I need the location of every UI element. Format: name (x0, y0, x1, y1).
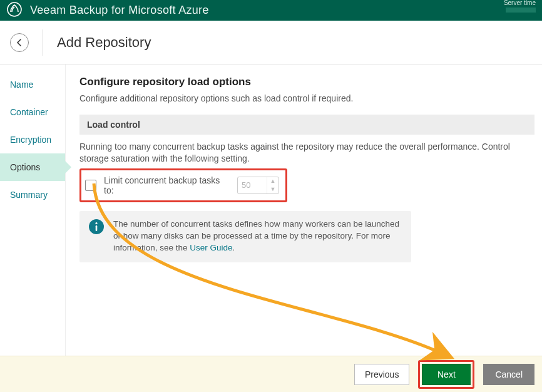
limit-tasks-input[interactable] (238, 180, 267, 190)
server-time-label: Server time (504, 0, 536, 14)
limit-tasks-checkbox[interactable] (85, 180, 96, 191)
limit-tasks-stepper[interactable]: ▲ ▼ (237, 177, 279, 194)
stepper-down-icon[interactable]: ▼ (267, 185, 279, 193)
sidebar-item-encryption[interactable]: Encryption (0, 126, 65, 153)
wizard-sidebar: Name Container Encryption Options Summar… (0, 64, 66, 356)
page-title: Add Repository (57, 34, 151, 51)
page-header: Add Repository (0, 21, 542, 64)
section-heading-load-control: Load control (79, 115, 534, 135)
sidebar-item-container[interactable]: Container (0, 98, 65, 126)
content-heading: Configure repository load options (79, 76, 534, 88)
info-box: The number of concurrent tasks defines h… (79, 211, 411, 263)
svg-point-3 (95, 222, 97, 224)
app-header: Veeam Backup for Microsoft Azure Server … (0, 0, 542, 21)
sidebar-item-options[interactable]: Options (0, 153, 65, 181)
back-button[interactable] (10, 33, 29, 52)
user-guide-link[interactable]: User Guide (190, 243, 232, 252)
sidebar-item-summary[interactable]: Summary (0, 181, 65, 209)
wizard-footer: Previous Next Cancel (0, 356, 542, 392)
next-button[interactable]: Next (422, 364, 471, 385)
stepper-up-icon[interactable]: ▲ (267, 177, 279, 185)
previous-button[interactable]: Previous (354, 364, 409, 385)
limit-tasks-row: Limit concurrent backup tasks to: ▲ ▼ (79, 168, 287, 202)
cancel-button[interactable]: Cancel (483, 364, 534, 385)
content-description: Configure additional repository options … (79, 93, 534, 103)
info-icon (88, 219, 105, 237)
limit-tasks-label: Limit concurrent backup tasks to: (104, 175, 230, 195)
arrow-left-icon (14, 38, 24, 48)
svg-rect-2 (96, 225, 98, 231)
next-button-highlight: Next (418, 360, 474, 389)
sidebar-item-name[interactable]: Name (0, 71, 65, 98)
app-title: Veeam Backup for Microsoft Azure (30, 4, 209, 17)
section-description: Running too many concurrent backup tasks… (79, 135, 534, 168)
content-pane: Configure repository load options Config… (66, 64, 542, 356)
info-text: The number of concurrent tasks defines h… (113, 219, 402, 254)
logo-icon (6, 1, 23, 19)
header-divider (43, 29, 43, 56)
